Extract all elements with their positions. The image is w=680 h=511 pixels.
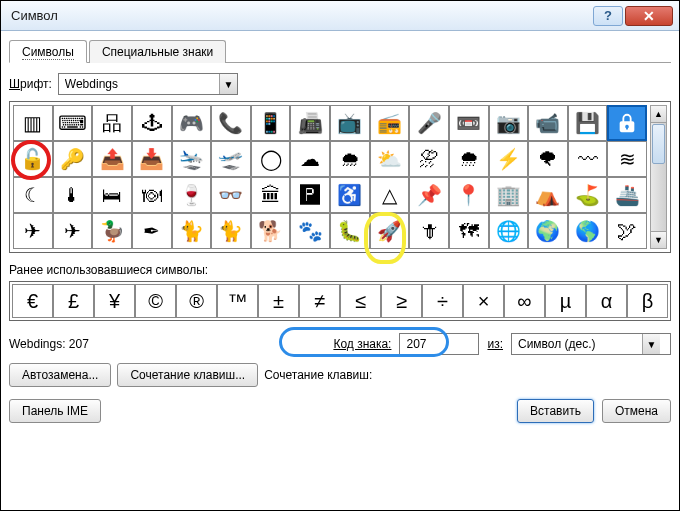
- symbol-cell[interactable]: 品: [92, 105, 132, 141]
- symbol-cell[interactable]: 🎮: [172, 105, 212, 141]
- recent-symbol-cell[interactable]: ¥: [94, 284, 135, 318]
- symbol-cell[interactable]: ▥: [13, 105, 53, 141]
- recent-symbol-cell[interactable]: ≤: [340, 284, 381, 318]
- symbol-cell[interactable]: 🦆: [92, 213, 132, 249]
- symbol-cell[interactable]: ⚡: [489, 141, 529, 177]
- symbol-cell[interactable]: 🌎: [568, 213, 608, 249]
- recent-symbol-cell[interactable]: µ: [545, 284, 586, 318]
- symbol-cell[interactable]: 📥: [132, 141, 172, 177]
- recent-symbol-cell[interactable]: ™: [217, 284, 258, 318]
- symbol-cell[interactable]: 🗺: [449, 213, 489, 249]
- scrollbar[interactable]: ▲ ▼: [650, 105, 667, 249]
- symbol-cell[interactable]: 📠: [290, 105, 330, 141]
- recent-symbol-cell[interactable]: α: [586, 284, 627, 318]
- scroll-down-icon[interactable]: ▼: [651, 231, 666, 248]
- symbol-cell[interactable]: 🌡: [53, 177, 93, 213]
- symbol-cell[interactable]: 🐈: [172, 213, 212, 249]
- symbol-cell[interactable]: ≋: [607, 141, 647, 177]
- from-combo[interactable]: ▼: [511, 333, 671, 355]
- symbol-cell[interactable]: 📺: [330, 105, 370, 141]
- symbol-cell[interactable]: 🚢: [607, 177, 647, 213]
- recent-symbol-cell[interactable]: ÷: [422, 284, 463, 318]
- recent-symbol-cell[interactable]: €: [12, 284, 53, 318]
- symbol-cell[interactable]: 📍: [449, 177, 489, 213]
- symbol-cell[interactable]: 🔓: [13, 141, 53, 177]
- recent-symbol-cell[interactable]: £: [53, 284, 94, 318]
- recent-symbol-cell[interactable]: ≠: [299, 284, 340, 318]
- recent-symbol-cell[interactable]: ®: [176, 284, 217, 318]
- symbol-cell[interactable]: 📞: [211, 105, 251, 141]
- symbol-cell[interactable]: ✈: [53, 213, 93, 249]
- symbol-cell[interactable]: ⛳: [568, 177, 608, 213]
- symbol-cell[interactable]: ⛅: [370, 141, 410, 177]
- symbol-cell[interactable]: 🌪: [528, 141, 568, 177]
- chevron-down-icon[interactable]: ▼: [642, 334, 660, 354]
- symbol-cell[interactable]: 🐛: [330, 213, 370, 249]
- symbol-cell[interactable]: 🍽: [132, 177, 172, 213]
- symbol-cell[interactable]: 🛫: [211, 141, 251, 177]
- symbol-cell[interactable]: ✒: [132, 213, 172, 249]
- symbol-cell[interactable]: 🍷: [172, 177, 212, 213]
- symbol-cell[interactable]: 🌐: [489, 213, 529, 249]
- symbol-cell[interactable]: ♿: [330, 177, 370, 213]
- symbol-cell[interactable]: 💾: [568, 105, 608, 141]
- symbol-cell[interactable]: ◯: [251, 141, 291, 177]
- symbol-cell[interactable]: 📱: [251, 105, 291, 141]
- close-button[interactable]: ✕: [625, 6, 673, 26]
- symbol-cell[interactable]: 🐾: [290, 213, 330, 249]
- symbol-cell[interactable]: 🏛: [251, 177, 291, 213]
- symbol-cell[interactable]: 📻: [370, 105, 410, 141]
- font-combo[interactable]: ▼: [58, 73, 238, 95]
- scroll-thumb[interactable]: [652, 124, 665, 164]
- symbol-cell[interactable]: 〰: [568, 141, 608, 177]
- recent-symbol-cell[interactable]: ×: [463, 284, 504, 318]
- help-button[interactable]: ?: [593, 6, 623, 26]
- tab-special-chars[interactable]: Специальные знаки: [89, 40, 226, 63]
- symbol-cell[interactable]: 🔑: [53, 141, 93, 177]
- symbol-cell[interactable]: 🚀: [370, 213, 410, 249]
- recent-symbol-cell[interactable]: β: [627, 284, 668, 318]
- symbol-cell[interactable]: 🕹: [132, 105, 172, 141]
- shortcut-key-button[interactable]: Сочетание клавиш...: [117, 363, 258, 387]
- symbol-cell[interactable]: [607, 105, 647, 141]
- code-input[interactable]: [399, 333, 479, 355]
- symbol-cell[interactable]: ☁: [290, 141, 330, 177]
- symbol-cell[interactable]: 🌧: [330, 141, 370, 177]
- symbol-cell[interactable]: 🕊: [607, 213, 647, 249]
- font-input[interactable]: [59, 75, 219, 93]
- symbol-cell[interactable]: 📤: [92, 141, 132, 177]
- symbol-cell[interactable]: 🅿: [290, 177, 330, 213]
- recent-symbol-cell[interactable]: ©: [135, 284, 176, 318]
- symbol-cell[interactable]: 🐕: [251, 213, 291, 249]
- symbol-cell[interactable]: 📌: [409, 177, 449, 213]
- symbol-cell[interactable]: ⌨: [53, 105, 93, 141]
- insert-button[interactable]: Вставить: [517, 399, 594, 423]
- symbol-cell[interactable]: 🌨: [449, 141, 489, 177]
- symbol-cell[interactable]: ✈: [13, 213, 53, 249]
- recent-symbol-cell[interactable]: ∞: [504, 284, 545, 318]
- ime-panel-button[interactable]: Панель IME: [9, 399, 101, 423]
- symbol-cell[interactable]: 📷: [489, 105, 529, 141]
- symbol-cell[interactable]: 📼: [449, 105, 489, 141]
- symbol-cell[interactable]: 🛬: [172, 141, 212, 177]
- recent-symbol-cell[interactable]: ±: [258, 284, 299, 318]
- chevron-down-icon[interactable]: ▼: [219, 74, 237, 94]
- symbol-cell[interactable]: △: [370, 177, 410, 213]
- symbol-cell[interactable]: 📹: [528, 105, 568, 141]
- symbol-cell[interactable]: ⛈: [409, 141, 449, 177]
- tab-symbols[interactable]: Символы: [9, 40, 87, 63]
- autocorrect-button[interactable]: Автозамена...: [9, 363, 111, 387]
- symbol-cell[interactable]: 🏢: [489, 177, 529, 213]
- cancel-button[interactable]: Отмена: [602, 399, 671, 423]
- symbol-cell[interactable]: 🗡: [409, 213, 449, 249]
- symbol-cell[interactable]: 🌍: [528, 213, 568, 249]
- symbol-cell[interactable]: 🎤: [409, 105, 449, 141]
- symbol-cell[interactable]: 🐈: [211, 213, 251, 249]
- symbol-cell[interactable]: ⛺: [528, 177, 568, 213]
- symbol-cell[interactable]: 👓: [211, 177, 251, 213]
- symbol-cell[interactable]: ☾: [13, 177, 53, 213]
- symbol-cell[interactable]: 🛏: [92, 177, 132, 213]
- from-input[interactable]: [512, 335, 642, 353]
- recent-symbol-cell[interactable]: ≥: [381, 284, 422, 318]
- scroll-up-icon[interactable]: ▲: [651, 106, 666, 123]
